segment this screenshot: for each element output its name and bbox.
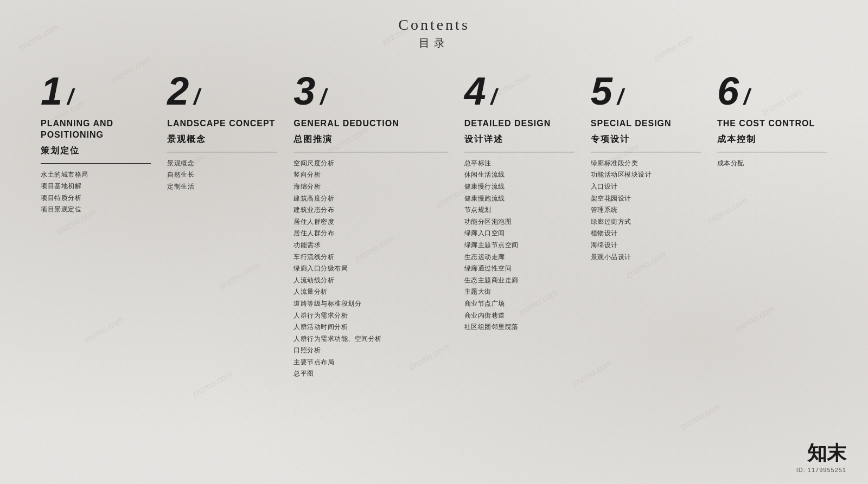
list-item: 人流量分析 [293, 286, 448, 298]
section-title-en-4: DETAILED DESIGN [464, 118, 575, 130]
section-number-6: 6 [717, 72, 739, 111]
header: Contents 目录 [33, 16, 835, 50]
list-item: 口照分析 [293, 345, 448, 357]
section-title-zh-6: 成本控制 [717, 134, 827, 145]
list-item: 自然生长 [167, 169, 277, 181]
list-item: 人群活动时间分析 [293, 321, 448, 333]
list-item: 总平图 [293, 368, 448, 380]
section-number-1: 1 [41, 72, 62, 111]
number-wrapper-3: 3 [293, 67, 448, 113]
list-item: 人群行为需求分析 [293, 310, 448, 322]
divider-1 [41, 163, 151, 164]
number-wrapper-5: 5 [591, 67, 701, 113]
list-item: 总平标注 [464, 158, 575, 170]
list-item: 绿廊入口空间 [464, 228, 575, 240]
section-title-en-6: THE COST CONTROL [717, 118, 827, 130]
number-wrapper-4: 4 [464, 67, 575, 113]
section-number-4: 4 [464, 72, 486, 111]
items-list-6: 成本分配 [717, 158, 827, 170]
list-item: 商业节点广场 [464, 298, 575, 310]
list-item: 成本分配 [717, 158, 827, 170]
number-wrapper-6: 6 [717, 67, 827, 113]
list-item: 休闲生活流线 [464, 169, 575, 181]
section-title-zh-5: 专项设计 [591, 134, 701, 145]
list-item: 项目景观定位 [41, 204, 151, 216]
list-item: 功能分区泡泡图 [464, 216, 575, 228]
bottom-logo: 知末 ID: 1179955251 [796, 440, 846, 473]
section-title-en-5: SPECIAL DESIGN [591, 118, 701, 130]
list-item: 生态运动走廊 [464, 251, 575, 263]
items-list-1: 水土的城市格局 项目基地初解 项目特质分析 项目景观定位 [41, 169, 151, 216]
list-item: 功能活动区模块设计 [591, 169, 701, 181]
list-item: 人群行为需求功能、空间分析 [293, 333, 448, 345]
list-item: 绿廊通过性空间 [464, 263, 575, 275]
list-item: 绿廊主题节点空间 [464, 240, 575, 251]
column-5: 5 SPECIAL DESIGN 专项设计 绿廊标准段分类 功能活动区模块设计 … [583, 67, 709, 473]
items-list-3: 空间尺度分析 竖向分析 海绵分析 建筑高度分析 建筑业态分布 居住人群密度 居住… [293, 158, 448, 380]
logo-main: 知末 [796, 440, 846, 467]
section-title-en-2: LANDSCAPE CONCEPT [167, 118, 277, 130]
section-number-5: 5 [591, 72, 612, 111]
list-item: 绿廊过街方式 [591, 216, 701, 228]
divider-2 [167, 152, 277, 152]
list-item: 建筑业态分布 [293, 204, 448, 216]
divider-6 [717, 152, 827, 152]
list-item: 车行流线分析 [293, 251, 448, 263]
header-title-zh: 目录 [33, 36, 835, 50]
items-list-2: 景观概念 自然生长 定制生活 [167, 158, 277, 193]
divider-4 [464, 152, 575, 152]
list-item: 主要节点布局 [293, 357, 448, 369]
list-item: 绿廊标准段分类 [591, 158, 701, 170]
list-item: 定制生活 [167, 181, 277, 193]
list-item: 居住人群密度 [293, 216, 448, 228]
list-item: 空间尺度分析 [293, 158, 448, 170]
list-item: 项目基地初解 [41, 180, 151, 192]
section-title-zh-4: 设计详述 [464, 134, 575, 145]
section-number-2: 2 [167, 72, 189, 111]
logo-id: ID: 1179955251 [796, 467, 846, 473]
section-title-en-1: PLANNING AND POSITIONING [41, 118, 151, 141]
list-item: 植物设计 [591, 228, 701, 240]
list-item: 景观小品设计 [591, 251, 701, 263]
column-4: 4 DETAILED DESIGN 设计详述 总平标注 休闲生活流线 健康慢行流… [456, 67, 583, 473]
list-item: 竖向分析 [293, 169, 448, 181]
section-title-en-3: GENERAL DEDUCTION [293, 118, 448, 130]
list-item: 商业内街巷道 [464, 310, 575, 322]
list-item: 节点规划 [464, 204, 575, 216]
list-item: 项目特质分析 [41, 192, 151, 204]
number-wrapper-1: 1 [41, 67, 151, 113]
list-item: 健康慢行流线 [464, 181, 575, 193]
list-item: 水土的城市格局 [41, 169, 151, 181]
list-item: 绿廊入口分级布局 [293, 263, 448, 275]
list-item: 人流动线分析 [293, 275, 448, 287]
list-item: 建筑高度分析 [293, 193, 448, 205]
list-item: 道路等级与标准段划分 [293, 298, 448, 310]
items-list-5: 绿廊标准段分类 功能活动区模块设计 入口设计 架空花园设计 管理系统 绿廊过街方… [591, 158, 701, 263]
column-1: 1 PLANNING AND POSITIONING 策划定位 水土的城市格局 … [33, 67, 159, 473]
section-title-zh-3: 总图推演 [293, 134, 448, 145]
header-title-en: Contents [33, 16, 835, 34]
columns-container: 1 PLANNING AND POSITIONING 策划定位 水土的城市格局 … [33, 67, 835, 473]
column-6: 6 THE COST CONTROL 成本控制 成本分配 [709, 67, 835, 473]
list-item: 管理系统 [591, 204, 701, 216]
section-number-3: 3 [293, 72, 315, 111]
list-item: 景观概念 [167, 158, 277, 170]
list-item: 功能需求 [293, 240, 448, 251]
number-wrapper-2: 2 [167, 67, 277, 113]
list-item: 健康慢跑流线 [464, 193, 575, 205]
items-list-4: 总平标注 休闲生活流线 健康慢行流线 健康慢跑流线 节点规划 功能分区泡泡图 绿… [464, 158, 575, 333]
divider-3 [293, 152, 448, 152]
section-title-zh-1: 策划定位 [41, 145, 151, 157]
divider-5 [591, 152, 701, 152]
list-item: 海绵设计 [591, 240, 701, 251]
list-item: 社区组团邻里院落 [464, 321, 575, 333]
column-2: 2 LANDSCAPE CONCEPT 景观概念 景观概念 自然生长 定制生活 [159, 67, 285, 473]
list-item: 居住人群分布 [293, 228, 448, 240]
column-3: 3 GENERAL DEDUCTION 总图推演 空间尺度分析 竖向分析 海绵分… [285, 67, 456, 473]
list-item: 主题大街 [464, 286, 575, 298]
page-container: znzmo.com znzmo.com znzmo.com znzmo.com … [0, 0, 868, 484]
list-item: 入口设计 [591, 181, 701, 193]
list-item: 架空花园设计 [591, 193, 701, 205]
list-item: 海绵分析 [293, 181, 448, 193]
list-item: 生态主题商业走廊 [464, 275, 575, 287]
